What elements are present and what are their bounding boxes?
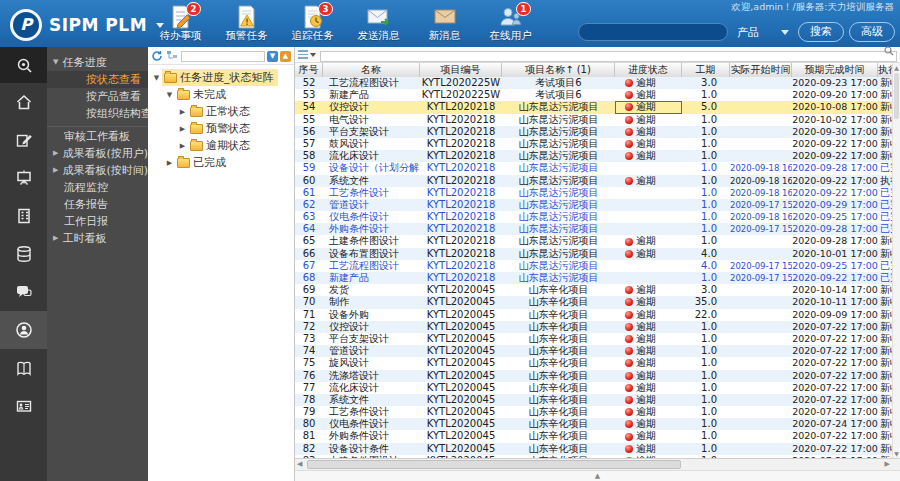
online-users-button[interactable]: 1在线用户	[482, 4, 539, 43]
tree-search-input[interactable]	[181, 51, 265, 62]
search-icon[interactable]	[884, 46, 894, 56]
advanced-search-button[interactable]: 高级	[849, 22, 895, 42]
sidebar-item[interactable]: 审核工作看板	[47, 126, 148, 145]
horizontal-scrollbar[interactable]: ◀ ▶	[295, 458, 900, 470]
tree-structure-icon[interactable]	[166, 50, 178, 62]
table-row[interactable]: 59设备设计（计划分解）KYTL2020218山东昆达污泥项目1.02020-0…	[295, 162, 892, 174]
table-row[interactable]: 67工艺流程图设计KYTL2020218山东昆达污泥项目4.02020-09-1…	[295, 260, 892, 272]
horizontal-scrollbar-thumb[interactable]	[307, 460, 681, 469]
tree-node[interactable]: ▼未完成	[148, 86, 294, 103]
refresh-icon[interactable]	[151, 50, 163, 62]
home-nav-button[interactable]	[0, 83, 47, 121]
table-row[interactable]: 71设备外购KYTL2020045山东辛化项目逾期22.02020-09-09 …	[295, 309, 892, 321]
table-row[interactable]: 75旋风设计KYTL2020045山东辛化项目逾期1.02020-07-22 1…	[295, 357, 892, 369]
board-nav-button[interactable]	[0, 159, 47, 197]
column-header[interactable]: 项目名称↑ (1)	[502, 63, 615, 77]
table-row[interactable]: 55电气设计KYTL2020218山东昆达污泥项目逾期1.02020-10-02…	[295, 114, 892, 126]
table-row[interactable]: 80仪电条件设计KYTL2020045山东辛化项目逾期1.02020-07-24…	[295, 418, 892, 430]
sidebar-item[interactable]: ▶工时看板	[47, 230, 148, 247]
sidebar-item[interactable]: ▼任务进度	[47, 54, 148, 71]
sidebar-item[interactable]: 任务报告	[47, 196, 148, 213]
table-row[interactable]: 68新建产品KYTL2020218山东昆达污泥项目1.02020-09-17 1…	[295, 272, 892, 284]
scroll-right-arrow-icon[interactable]: ▶	[885, 459, 890, 470]
tree-node[interactable]: ▶逾期状态	[148, 137, 294, 154]
table-row[interactable]: 65土建条件图设计KYTL2020218山东昆达污泥项目逾期1.02020-09…	[295, 235, 892, 247]
column-header[interactable]: 工期	[682, 63, 730, 77]
sidebar-item[interactable]: 按产品查看	[47, 88, 148, 105]
track-tasks-button[interactable]: 3追踪任务	[284, 4, 341, 43]
scroll-down-arrow-icon[interactable]: ▼	[893, 450, 900, 457]
column-header[interactable]: 项目编号	[420, 63, 502, 77]
table-row[interactable]: 61工艺条件设计KYTL2020218山东昆达污泥项目1.02020-09-18…	[295, 187, 892, 199]
sidebar-item[interactable]: ▶成果看板(按时间)	[47, 162, 148, 179]
sidebar-item[interactable]: ▶成果看板(按用户)	[47, 145, 148, 162]
find-next-button[interactable]: ▼	[267, 51, 278, 62]
table-row[interactable]: 74管道设计KYTL2020045山东辛化项目逾期1.02020-07-22 1…	[295, 345, 892, 357]
global-search-input[interactable]	[578, 23, 728, 41]
vertical-scrollbar[interactable]: ▲ ▼	[892, 63, 900, 458]
table-row[interactable]: 53新建产品KYTL2020225W考试项目6逾期1.02020-09-20 1…	[295, 89, 892, 101]
table-row[interactable]: 63仪电条件设计KYTL2020218山东昆达污泥项目1.02020-09-18…	[295, 211, 892, 223]
search-button[interactable]: 搜索	[798, 22, 844, 42]
chevron-right-icon[interactable]: ▶	[177, 108, 188, 116]
sidebar-item[interactable]: 流程监控	[47, 179, 148, 196]
quick-search-nav-button[interactable]	[0, 47, 47, 83]
search-category-dropdown[interactable]: 产品	[733, 25, 793, 40]
user-center-nav-button[interactable]	[0, 311, 47, 349]
table-row[interactable]: 69发货KYTL2020045山东辛化项目逾期3.02020-10-14 17:…	[295, 284, 892, 296]
table-row[interactable]: 82设备设计条件KYTL2020045山东辛化项目逾期1.02020-07-22…	[295, 443, 892, 455]
knowledge-book-nav-button[interactable]	[0, 349, 47, 387]
org-building-nav-button[interactable]	[0, 197, 47, 235]
sidebar-item[interactable]: 按组织结构查看	[47, 105, 148, 122]
compose-nav-button[interactable]	[0, 121, 47, 159]
table-row[interactable]: 70制作KYTL2020045山东辛化项目逾期35.02020-10-11 17…	[295, 296, 892, 308]
contact-card-nav-button[interactable]	[0, 387, 47, 425]
table-row[interactable]: 54仪控设计KYTL2020218山东昆达污泥项目逾期5.02020-10-08…	[295, 101, 892, 113]
chevron-right-icon[interactable]: ▶	[177, 125, 188, 133]
table-row[interactable]: 78系统文件KYTL2020045山东辛化项目逾期1.02020-07-22 1…	[295, 394, 892, 406]
tree-node[interactable]: ▶预警状态	[148, 120, 294, 137]
table-filter-input[interactable]	[320, 51, 897, 62]
column-settings-button[interactable]	[298, 50, 316, 59]
sidebar-item[interactable]: 按状态查看	[47, 71, 148, 88]
chevron-right-icon[interactable]: ▶	[164, 159, 175, 167]
table-row[interactable]: 57鼓风设计KYTL2020218山东昆达污泥项目逾期1.02020-09-22…	[295, 138, 892, 150]
table-row[interactable]: 62管道设计KYTL2020218山东昆达污泥项目1.02020-09-17 1…	[295, 199, 892, 211]
table-row[interactable]: 56平台支架设计KYTL2020218山东昆达污泥项目逾期1.02020-09-…	[295, 126, 892, 138]
todo-tasks-button[interactable]: 2待办事项	[152, 4, 209, 43]
table-row[interactable]: 52工艺流程图设计KYTL2020225W考试项目6逾期3.02020-09-2…	[295, 77, 892, 89]
chevron-down-icon[interactable]: ▼	[151, 74, 162, 82]
warning-tasks-button[interactable]: 预警任务	[218, 4, 275, 43]
chevron-down-icon[interactable]: ▼	[164, 91, 175, 99]
table-row[interactable]: 72仪控设计KYTL2020045山东辛化项目逾期1.02020-07-22 1…	[295, 321, 892, 333]
table-row[interactable]: 81外购条件设计KYTL2020045山东辛化项目逾期1.02020-07-22…	[295, 430, 892, 442]
table-row[interactable]: 66设备布置图设计KYTL2020218山东昆达污泥项目逾期4.02020-10…	[295, 248, 892, 260]
table-row[interactable]: 60系统文件KYTL2020218山东昆达污泥项目逾期1.02020-09-18…	[295, 175, 892, 187]
tree-node[interactable]: ▼任务进度_状态矩阵	[148, 69, 294, 86]
send-message-button[interactable]: 发送消息	[350, 4, 407, 43]
sidebar-item[interactable]: 工作日报	[47, 213, 148, 230]
tree-node[interactable]: ▶已完成	[148, 154, 294, 171]
app-logo[interactable]: P SIPM PLM	[10, 9, 164, 41]
column-header[interactable]: 进度状态	[615, 63, 682, 77]
new-message-button[interactable]: 新消息	[416, 4, 473, 43]
column-header[interactable]: 序号	[295, 63, 323, 77]
chevron-right-icon[interactable]: ▶	[177, 142, 188, 150]
table-row[interactable]: 64外购条件设计KYTL2020218山东昆达污泥项目1.02020-09-17…	[295, 223, 892, 235]
table-row[interactable]: 79工艺条件设计KYTL2020045山东辛化项目逾期1.02020-07-22…	[295, 406, 892, 418]
column-header[interactable]: 预期完成时间	[792, 63, 878, 77]
table-row[interactable]: 76洗涤塔设计KYTL2020045山东辛化项目逾期1.02020-07-22 …	[295, 370, 892, 382]
table-row[interactable]: 58流化床设计KYTL2020218山东昆达污泥项目逾期1.02020-09-2…	[295, 150, 892, 162]
table-row[interactable]: 77流化床设计KYTL2020045山东辛化项目逾期1.02020-07-22 …	[295, 382, 892, 394]
messages-nav-button[interactable]	[0, 273, 47, 311]
scroll-left-arrow-icon[interactable]: ◀	[297, 459, 302, 470]
database-nav-button[interactable]	[0, 235, 47, 273]
table-row[interactable]: 73平台支架设计KYTL2020045山东辛化项目逾期1.02020-07-22…	[295, 333, 892, 345]
column-header[interactable]: 实际开始时间	[730, 63, 792, 77]
scroll-up-arrow-icon[interactable]: ▲	[893, 64, 900, 71]
vertical-scrollbar-thumb[interactable]	[894, 73, 899, 119]
column-header[interactable]: 名称	[323, 63, 420, 77]
tree-node[interactable]: ▶正常状态	[148, 103, 294, 120]
find-prev-button[interactable]: ▲	[280, 51, 291, 62]
column-header[interactable]: 执行	[878, 63, 892, 77]
